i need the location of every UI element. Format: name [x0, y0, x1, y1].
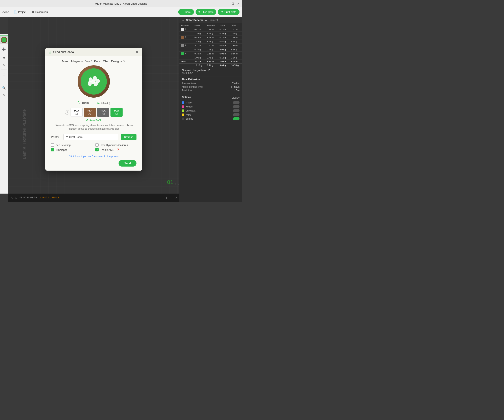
- option-label: Unretract: [186, 109, 195, 112]
- model-meters: 0.35 m: [193, 52, 205, 56]
- options-label: Options: [182, 96, 191, 99]
- model-meters: 0.47 m: [193, 27, 205, 32]
- grid-icon[interactable]: ⋮: [1, 78, 7, 84]
- add-plate-icon[interactable]: ➕: [1, 46, 7, 52]
- send-print-modal: 🖨 Send print job to ✕ March Magnets_Day …: [45, 48, 142, 171]
- total-meters: 1.17 m: [230, 27, 242, 32]
- send-button[interactable]: Send: [119, 160, 137, 167]
- filament-buttons-row: ? PLA A1 PLA A2 PLA A3: [50, 108, 137, 117]
- option-toggle[interactable]: [233, 105, 240, 108]
- filament-change-info: Filament change times: 15 Cost: 0.37: [180, 67, 242, 76]
- minimize-button[interactable]: –: [226, 2, 228, 5]
- printer-icon: 🖨: [48, 50, 52, 54]
- sidebar-divider: [1, 54, 7, 54]
- filament-id: 4: [180, 52, 193, 56]
- total-row-grams: 10.16 g5.54 g3.04 g18.74 g: [180, 64, 242, 67]
- enable-ams-checkbox[interactable]: [95, 148, 99, 151]
- bed-leveling-checkbox[interactable]: [51, 143, 54, 147]
- modal-close-button[interactable]: ✕: [135, 50, 139, 54]
- tower-grams: 0.51 g: [218, 40, 230, 43]
- option-toggle[interactable]: [233, 117, 240, 120]
- filament-id: 1: [180, 27, 193, 32]
- flushed-meters: 0.59 m: [205, 27, 218, 32]
- display-options-section: Options Display Travel Retract Unretract…: [180, 94, 242, 123]
- flushed-grams: 3.01 g: [205, 40, 218, 43]
- plate-thumbnail[interactable]: [0, 36, 8, 44]
- col-filament: Filament: [180, 23, 193, 27]
- flow-dynamics-checkbox[interactable]: [95, 143, 99, 147]
- filament-btn-a1[interactable]: PLA A1: [71, 108, 83, 117]
- col-model: Model: [193, 23, 205, 27]
- color-swatch: [181, 36, 184, 39]
- timelapse-option: Timelapse: [51, 148, 92, 151]
- tower-grams: 2.05 g: [218, 48, 230, 52]
- filament-btn-a2[interactable]: PLA A2: [84, 108, 96, 117]
- modal-project-name: March Magnets_Day 8_Karen Chau Designs ✎: [50, 60, 137, 63]
- sidebar-divider-2: [1, 70, 7, 70]
- connect-link[interactable]: Click here if you can't connect to the p…: [69, 155, 119, 158]
- model-grams: 1.42 g: [193, 40, 205, 43]
- filament-btn-a3[interactable]: PLA A3: [97, 108, 109, 117]
- preview-circle: [78, 65, 110, 98]
- table-row-grams: 1.05 g 0.76 g 0.15 g 1.96 g: [180, 56, 242, 60]
- print-dropdown-icon: ▼: [221, 11, 224, 13]
- total-meters: 0.66 m: [230, 52, 242, 56]
- modal-body: March Magnets_Day 8_Karen Chau Designs ✎: [45, 56, 142, 171]
- settings-icon[interactable]: ⚙: [1, 55, 7, 61]
- print-options: Bed Leveling Flow Dynamics Calibrati... …: [50, 143, 137, 151]
- total-grams: 8.35 g: [230, 48, 242, 52]
- collapse-icon[interactable]: ▲: [182, 19, 184, 22]
- col-total: Total: [230, 23, 242, 27]
- option-items-list: Travel Retract Unretract Wipe Seams: [182, 101, 240, 120]
- device-nav-item[interactable]: evice: [2, 11, 9, 14]
- project-icon: 📄: [14, 11, 17, 13]
- printer-dropdown-icon: ▼: [66, 136, 68, 138]
- timelapse-checkbox[interactable]: [51, 148, 54, 151]
- total-meters: 1.66 m: [230, 36, 242, 40]
- color-swatch: [181, 44, 184, 47]
- share-button[interactable]: ↑ Share: [178, 9, 194, 15]
- option-toggle[interactable]: [233, 109, 240, 112]
- table-row: 1 0.47 m 0.59 m 0.11 m 1.17 m: [180, 27, 242, 32]
- options-header: Options Display: [182, 96, 240, 100]
- slice-plate-button[interactable]: ▼ Slice plate: [196, 9, 216, 15]
- option-color-dot: [182, 118, 184, 120]
- maximize-button[interactable]: ☐: [231, 2, 234, 5]
- clock-icon: ⏱: [77, 101, 80, 105]
- tower-meters: 0.69 m: [218, 43, 230, 48]
- option-toggle[interactable]: [233, 101, 240, 104]
- total-grams: 4.94 g: [230, 40, 242, 43]
- nav-actions: ↑ Share ▼ Slice plate ▼ Print plate: [178, 9, 240, 15]
- edit-name-icon[interactable]: ✎: [123, 60, 126, 63]
- tower-grams: 0.34 g: [218, 32, 230, 36]
- edit-icon[interactable]: ✎: [1, 62, 7, 68]
- refresh-button[interactable]: Refresh: [121, 134, 137, 140]
- shapes-icon[interactable]: □: [1, 71, 7, 77]
- calibration-nav-item[interactable]: ⚙ Calibration: [30, 9, 50, 15]
- search-icon[interactable]: 🔍: [1, 85, 7, 91]
- ams-help-icon[interactable]: ❓: [116, 148, 120, 151]
- sidebar: ➕ ⚙ ✎ □ ⋮ 🔍 ✕: [0, 34, 8, 194]
- close-button[interactable]: ✕: [237, 2, 240, 5]
- printer-select[interactable]: ▼ Craft Room: [64, 134, 118, 140]
- flushed-meters: 0.26 m: [205, 52, 218, 56]
- cost-label: Cost: 0.37: [182, 72, 240, 75]
- model-grams: 1.39 g: [193, 32, 205, 36]
- table-row: 3 2.11 m 0.00 m 0.69 m 2.80 m: [180, 43, 242, 48]
- refill-icon: ♻: [86, 119, 89, 122]
- model-print-label: Model printing time:: [182, 85, 203, 88]
- filament-tag: ◆: [205, 19, 207, 22]
- project-nav-item[interactable]: 📄 Project: [12, 9, 29, 15]
- canvas-area[interactable]: Bambu Textured PEI Plate 01 0.20 🖨 Send …: [8, 17, 180, 202]
- total-meters: 2.80 m: [230, 43, 242, 48]
- flushed-grams: 1.77 g: [205, 32, 218, 36]
- option-toggle[interactable]: [233, 113, 240, 116]
- filament-btn-a4[interactable]: PLA A4: [110, 108, 123, 117]
- close-icon[interactable]: ✕: [1, 92, 7, 98]
- connect-link-row: Click here if you can't connect to the p…: [50, 155, 137, 158]
- weight-stat: ⚖ 18.74 g: [97, 101, 110, 105]
- filament-help-icon[interactable]: ?: [65, 110, 69, 114]
- filament-info-text: Filaments to AMS slots mappings have bee…: [50, 123, 137, 131]
- print-plate-button[interactable]: ▼ Print plate: [218, 9, 240, 15]
- flushed-grams: 0.01 g: [205, 48, 218, 52]
